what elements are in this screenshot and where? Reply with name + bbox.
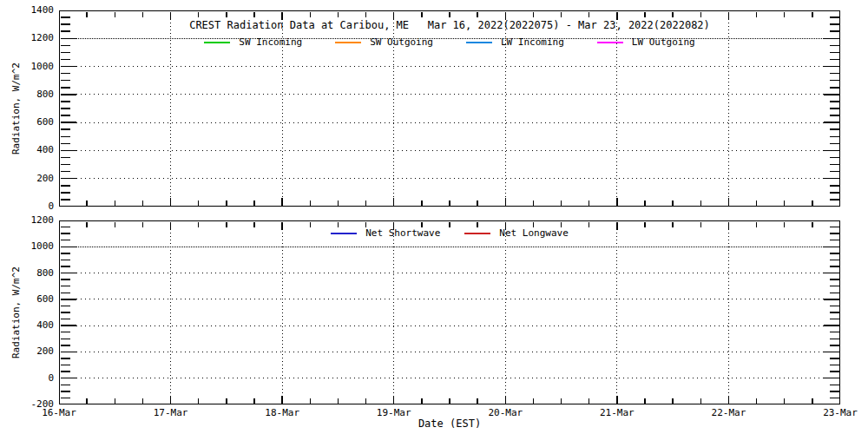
x-minor-tick [812,201,813,206]
y-minor-tick [830,171,839,173]
y-minor-tick [61,260,70,261]
x-minor-tick [338,201,339,206]
y-gridline [76,150,824,151]
x-minor-tick [784,398,786,404]
y-gridline [76,66,824,67]
y-minor-tick [830,286,839,287]
x-minor-tick [533,201,535,206]
day-gridline [170,222,171,404]
x-minor-tick [672,222,674,227]
x-minor-tick [589,222,590,227]
x-minor-tick [310,12,312,17]
x-minor-tick [365,398,367,404]
y-gridline [76,178,824,179]
y-minor-tick [830,115,839,116]
y-major-tick [824,352,839,353]
y-minor-tick [830,52,839,54]
y-minor-tick [61,253,70,254]
y-major-tick [824,122,839,123]
x-minor-tick [561,398,562,404]
y-minor-tick [830,253,839,254]
x-minor-tick [310,201,312,206]
x-minor-tick [812,398,813,404]
y-minor-tick [61,319,70,320]
y-minor-tick [61,171,70,173]
x-minor-tick [672,12,674,17]
x-minor-tick [477,201,478,206]
y-minor-tick [61,286,70,287]
x-minor-tick [198,398,200,404]
y-minor-tick [61,192,70,194]
legend-label: Net Shortwave [365,227,440,240]
legend-item-net-longwave: Net Longwave [464,227,568,240]
x-minor-tick [477,398,478,404]
y-major-tick [824,94,839,95]
y-minor-tick [830,157,839,159]
y-tick-label: 1200 [0,32,54,44]
x-minor-tick [310,222,312,227]
x-minor-tick [86,201,88,206]
x-minor-tick [756,12,758,17]
y-minor-tick [830,293,839,294]
x-minor-tick [421,12,423,17]
x-minor-tick [589,201,590,206]
x-minor-tick [115,398,116,404]
x-minor-tick [115,12,116,17]
x-minor-tick [812,12,813,17]
y-minor-tick [61,266,70,267]
x-minor-tick [338,398,339,404]
y-minor-tick [830,192,839,194]
x-minor-tick [533,398,535,404]
x-minor-tick [644,201,646,206]
x-minor-tick [672,398,674,404]
x-minor-tick [226,12,227,17]
x-minor-tick [421,398,423,404]
y-major-tick [61,178,76,180]
legend-line-swatch [597,42,623,43]
day-gridline [728,222,729,404]
y-major-tick [824,378,839,379]
y-minor-tick [61,87,70,89]
y-minor-tick [830,306,839,307]
legend-label: SW Incoming [239,36,302,49]
y-minor-tick [61,332,70,333]
y-minor-tick [61,52,70,54]
x-minor-tick [198,201,200,206]
x-minor-tick [421,222,423,227]
y-minor-tick [830,371,839,372]
y-gridline [76,247,824,247]
y-gridline [76,352,824,352]
x-tick-label: 21-Mar [582,407,652,419]
panel-frame-net-radiation [59,220,840,404]
y-minor-tick [61,101,70,102]
y-minor-tick [61,185,70,187]
x-tick-label: 17-Mar [136,407,206,419]
x-minor-tick [756,222,758,227]
y-gridline [76,94,824,95]
legend-item-net-shortwave: Net Shortwave [331,227,440,240]
x-tick-label: 19-Mar [359,407,429,419]
x-minor-tick [700,398,702,404]
y-tick-label: 600 [0,116,54,128]
y-major-tick [61,247,76,248]
y-tick-label: 200 [0,173,54,185]
x-minor-tick [700,12,702,17]
y-minor-tick [830,136,839,138]
y-tick-label: 800 [0,267,54,279]
y-tick-label: 400 [0,144,54,156]
y-minor-tick [61,115,70,116]
x-tick-label: 18-Mar [247,407,317,419]
y-minor-tick [61,157,70,159]
x-minor-tick [672,201,674,206]
y-major-tick [61,352,76,353]
x-minor-tick [756,398,758,404]
y-minor-tick [830,312,839,313]
x-minor-tick [644,12,646,17]
day-gridline [616,222,617,404]
x-minor-tick [226,222,227,227]
y-minor-tick [830,339,839,340]
y-minor-tick [830,260,839,261]
y-minor-tick [830,143,839,145]
y-major-tick [61,122,76,123]
y-minor-tick [830,87,839,89]
